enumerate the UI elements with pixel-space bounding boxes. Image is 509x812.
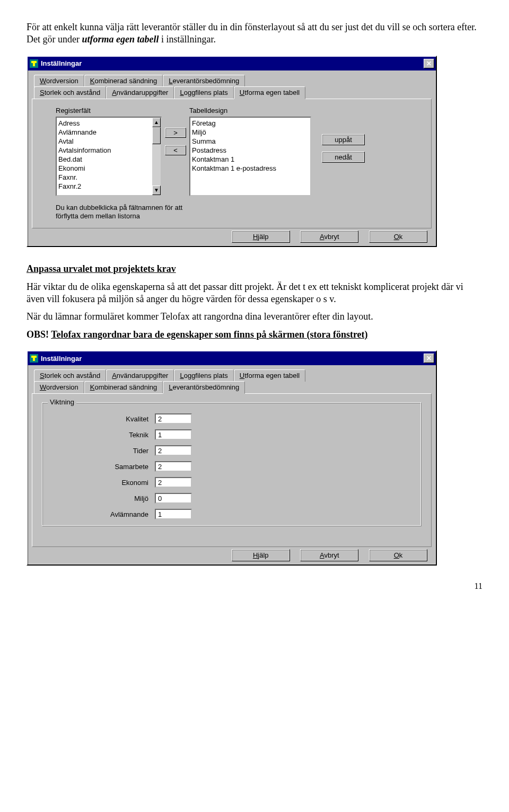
tabelldesign-listbox[interactable]: Företag Miljö Summa Postadress Kontaktma… bbox=[189, 117, 311, 196]
tab-leverantorsbedomning[interactable]: Leverantörsbedömning bbox=[163, 75, 245, 87]
group-legend: Viktning bbox=[48, 398, 76, 406]
help-button[interactable]: Hjälp bbox=[232, 549, 290, 561]
section-p2: När du lämnar formuläret kommer Telofax … bbox=[27, 311, 482, 323]
samarbete-input[interactable] bbox=[155, 461, 192, 472]
titlebar[interactable]: Inställningar ✕ bbox=[28, 57, 436, 70]
settings-dialog-1: Inställningar ✕ Wordversion Kombinerad s… bbox=[27, 56, 437, 248]
tab-label: Wordversion bbox=[40, 77, 78, 85]
field-label-avlamnande: Avlämnande bbox=[85, 510, 148, 518]
weighting-form: Kvalitet Teknik Tider Samarbete Ekonomi … bbox=[85, 413, 416, 519]
list-item[interactable]: Ekonomi bbox=[58, 164, 159, 173]
list-item[interactable]: Avtal bbox=[58, 137, 159, 146]
list-item[interactable]: Avlämnande bbox=[58, 128, 159, 137]
chevron-up-icon: ▲ bbox=[154, 119, 159, 125]
section-p1: Här viktar du de olika egenskaperna så a… bbox=[27, 281, 482, 306]
tab-label: Användaruppgifter bbox=[112, 89, 168, 96]
tider-input[interactable] bbox=[155, 445, 192, 456]
tab-row-lower: Storlek och avstånd Användaruppgifter Lo… bbox=[34, 86, 432, 99]
section-heading: Anpassa urvalet mot projektets krav bbox=[27, 263, 482, 275]
obs-rest: Telofax rangordnar bara de egenskaper so… bbox=[51, 329, 367, 340]
tab-panel: Viktning Kvalitet Teknik Tider Samarbete… bbox=[32, 393, 432, 547]
section-obs: OBS! Telofax rangordnar bara de egenskap… bbox=[27, 329, 482, 341]
list-item[interactable]: Faxnr. bbox=[58, 173, 159, 182]
avlamnande-input[interactable] bbox=[155, 509, 192, 519]
tab-kombinerad-sandning[interactable]: Kombinerad sändning bbox=[84, 381, 163, 393]
close-button[interactable]: ✕ bbox=[424, 59, 434, 68]
list-item[interactable]: Bed.dat bbox=[58, 155, 159, 164]
tab-label: Utforma egen tabell bbox=[240, 372, 300, 379]
scroll-up-button[interactable]: ▲ bbox=[152, 118, 161, 127]
scrollbar[interactable]: ▲ ▼ bbox=[152, 118, 161, 195]
close-icon: ✕ bbox=[426, 60, 432, 67]
field-label-ekonomi: Ekonomi bbox=[85, 479, 148, 487]
scroll-down-button[interactable]: ▼ bbox=[152, 186, 161, 195]
app-icon bbox=[29, 354, 39, 363]
ok-button[interactable]: Ok bbox=[369, 549, 427, 561]
field-label-samarbete: Samarbete bbox=[85, 463, 148, 471]
tab-utforma-egen-tabell[interactable]: Utforma egen tabell bbox=[234, 86, 305, 99]
window-title: Inställningar bbox=[41, 355, 424, 363]
tab-row-lower: Wordversion Kombinerad sändning Leverant… bbox=[34, 381, 432, 393]
tab-label: Wordversion bbox=[40, 383, 78, 391]
tab-label: Leverantörsbedömning bbox=[169, 77, 239, 85]
tab-label: Storlek och avstånd bbox=[40, 89, 100, 96]
registerfalt-label: Registerfält bbox=[56, 107, 162, 114]
tab-label: Kombinerad sändning bbox=[90, 77, 157, 85]
obs-prefix: OBS! bbox=[27, 329, 51, 340]
list-item[interactable]: Miljö bbox=[192, 128, 309, 137]
down-button[interactable]: nedåt bbox=[322, 152, 365, 163]
tab-anvandaruppgifter[interactable]: Användaruppgifter bbox=[106, 86, 174, 99]
list-item[interactable]: Faxnr.2 bbox=[58, 182, 159, 191]
list-item[interactable]: Avtalsinformation bbox=[58, 146, 159, 155]
list-item[interactable]: Företag bbox=[192, 119, 309, 128]
tabelldesign-label: Tabelldesign bbox=[189, 107, 311, 114]
tab-row-upper: Wordversion Kombinerad sändning Leverant… bbox=[34, 75, 432, 87]
kvalitet-input[interactable] bbox=[155, 413, 192, 424]
list-item[interactable]: Postadress bbox=[192, 146, 309, 155]
page-number: 11 bbox=[27, 581, 482, 591]
miljo-input[interactable] bbox=[155, 493, 192, 504]
tab-leverantorsbedomning[interactable]: Leverantörsbedömning bbox=[163, 381, 245, 394]
help-button[interactable]: Hjälp bbox=[232, 231, 290, 243]
tab-anvandaruppgifter[interactable]: Användaruppgifter bbox=[106, 369, 174, 382]
close-icon: ✕ bbox=[426, 355, 432, 362]
registerfalt-listbox[interactable]: Adress Avlämnande Avtal Avtalsinformatio… bbox=[56, 117, 162, 196]
titlebar[interactable]: Inställningar ✕ bbox=[28, 351, 436, 365]
tab-utforma-egen-tabell[interactable]: Utforma egen tabell bbox=[234, 369, 305, 382]
teknik-input[interactable] bbox=[155, 429, 192, 440]
close-button[interactable]: ✕ bbox=[424, 354, 434, 363]
tab-loggfilens-plats[interactable]: Loggfilens plats bbox=[174, 369, 233, 382]
tab-kombinerad-sandning[interactable]: Kombinerad sändning bbox=[84, 75, 163, 87]
list-item[interactable]: Summa bbox=[192, 137, 309, 146]
tab-label: Storlek och avstånd bbox=[40, 372, 100, 379]
ok-button[interactable]: Ok bbox=[369, 231, 427, 243]
tab-label: Användaruppgifter bbox=[112, 372, 168, 379]
dialog-button-row: Hjälp Avbryt Ok bbox=[32, 228, 432, 243]
tab-label: Kombinerad sändning bbox=[90, 383, 157, 391]
move-right-button[interactable]: > bbox=[165, 128, 186, 138]
field-label-kvalitet: Kvalitet bbox=[85, 415, 148, 423]
list-item[interactable]: Adress bbox=[58, 119, 159, 128]
tab-storlek-avstand[interactable]: Storlek och avstånd bbox=[34, 86, 106, 99]
cancel-button[interactable]: Avbryt bbox=[300, 231, 358, 243]
settings-dialog-2: Inställningar ✕ Storlek och avstånd Anvä… bbox=[27, 350, 437, 566]
tab-panel: Registerfält Adress Avlämnande Avtal Avt… bbox=[32, 99, 432, 229]
up-button[interactable]: uppåt bbox=[322, 134, 365, 145]
tab-loggfilens-plats[interactable]: Loggfilens plats bbox=[174, 86, 233, 99]
ekonomi-input[interactable] bbox=[155, 477, 192, 488]
list-item[interactable]: Kontaktman 1 e-postadress bbox=[192, 164, 309, 173]
hint-text: Du kan dubbelklicka på fältnamnen för at… bbox=[56, 204, 194, 221]
field-label-teknik: Teknik bbox=[85, 431, 148, 439]
svg-rect-5 bbox=[33, 356, 35, 361]
tab-wordversion[interactable]: Wordversion bbox=[34, 381, 84, 393]
cancel-button[interactable]: Avbryt bbox=[300, 549, 358, 561]
tab-label: Loggfilens plats bbox=[180, 372, 227, 379]
tab-label: Leverantörsbedömning bbox=[169, 383, 239, 391]
tab-wordversion[interactable]: Wordversion bbox=[34, 75, 84, 87]
move-left-button[interactable]: < bbox=[165, 145, 186, 155]
scroll-thumb[interactable] bbox=[152, 127, 161, 144]
app-icon bbox=[29, 59, 39, 68]
tab-storlek-avstand[interactable]: Storlek och avstånd bbox=[34, 369, 106, 382]
list-item[interactable]: Kontaktman 1 bbox=[192, 155, 309, 164]
field-label-miljo: Miljö bbox=[85, 495, 148, 502]
